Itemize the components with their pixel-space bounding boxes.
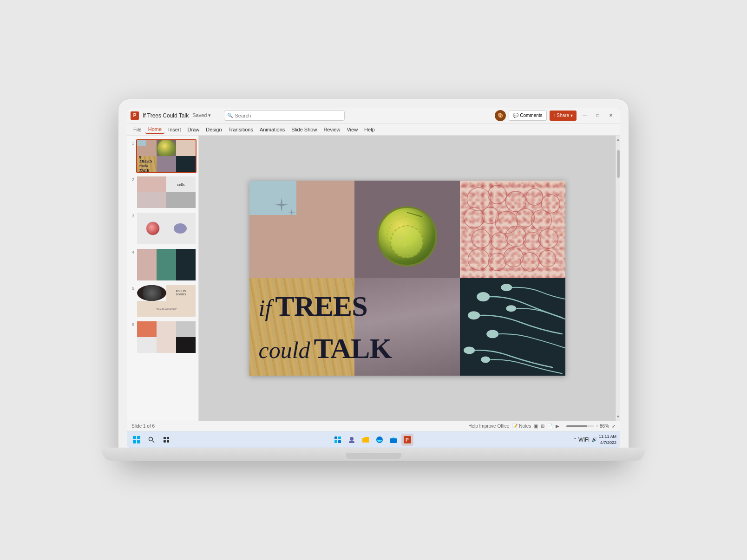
comments-button[interactable]: 💬 Comments (509, 111, 546, 121)
slide-cell-bottom-right (460, 278, 565, 376)
tab-file[interactable]: File (131, 126, 144, 133)
svg-point-18 (505, 226, 526, 247)
svg-point-0 (387, 217, 426, 256)
zoom-in-button[interactable]: + (596, 423, 598, 429)
taskbar-powerpoint-icon[interactable]: P (401, 434, 413, 446)
tab-draw[interactable]: Draw (185, 126, 203, 133)
slide-sorter-icon[interactable]: ⊞ (541, 423, 544, 429)
slide-image-4[interactable] (136, 248, 197, 281)
svg-point-10 (541, 195, 560, 213)
zoom-slider[interactable] (566, 425, 594, 427)
tab-animations[interactable]: Animations (257, 126, 288, 133)
tab-transitions[interactable]: Transitions (226, 126, 256, 133)
taskbar-time-display: 11:11 AM (599, 434, 616, 440)
slide-image-6[interactable] (136, 320, 197, 354)
normal-view-icon[interactable]: ▣ (534, 423, 538, 429)
taskbar-wifi-icon[interactable]: WiFi (578, 436, 590, 443)
slide-thumb-6[interactable]: 6 (129, 320, 197, 354)
zoom-control[interactable]: − + 86% (562, 423, 609, 429)
svg-point-21 (468, 249, 489, 270)
slide-show-icon[interactable]: ▶ (556, 423, 559, 429)
taskbar-fileexplorer-icon[interactable] (360, 434, 372, 446)
avatar[interactable]: 🎨 (495, 110, 506, 121)
scroll-up-arrow[interactable]: ▲ (616, 137, 620, 143)
slide-image-5[interactable]: POLLINBODIES "TRAVELING SEEDS" (136, 284, 197, 318)
svg-point-6 (467, 188, 490, 211)
taskbar-volume-icon[interactable]: 🔊 (591, 437, 597, 442)
share-label: ↑ Share (553, 113, 569, 118)
taskbar-chevron-icon[interactable]: ⌃ (573, 437, 577, 442)
minimize-button[interactable]: — (579, 111, 590, 120)
slide-number-3: 3 (129, 214, 134, 218)
svg-rect-42 (164, 440, 166, 443)
search-box[interactable]: 🔍 (224, 111, 345, 121)
svg-point-29 (468, 311, 480, 319)
slide-thumb-5[interactable]: 5 POLLINBODIES "TRAVELING SEEDS" (129, 284, 197, 318)
slide-image-3[interactable] (136, 212, 197, 245)
taskbar-taskview-icon[interactable] (160, 434, 172, 446)
tab-slideshow[interactable]: Slide Show (288, 126, 320, 133)
microscope-circle (377, 206, 437, 267)
reading-view-icon[interactable]: 📄 (547, 423, 553, 429)
main-area: 1 (127, 136, 620, 421)
slide-thumb-4[interactable]: 4 (129, 248, 197, 281)
scroll-down-arrow[interactable]: ▼ (616, 414, 620, 420)
document-title: If Trees Could Talk (143, 112, 189, 119)
slide-image-1[interactable]: if TREEScould TALK (136, 139, 197, 173)
save-status[interactable]: Saved ▾ (192, 112, 211, 118)
svg-line-1 (407, 212, 422, 216)
search-input[interactable] (235, 113, 341, 118)
svg-point-48 (350, 437, 354, 441)
fit-slide-icon[interactable]: ⤢ (612, 423, 616, 429)
taskbar-teams-icon[interactable] (346, 434, 358, 446)
notes-button[interactable]: 📝 Notes (512, 423, 531, 429)
close-button[interactable]: ✕ (605, 111, 616, 120)
tab-view[interactable]: View (344, 126, 360, 133)
windows-start-button[interactable] (131, 434, 143, 446)
laptop-frame: P If Trees Could Talk Saved ▾ 🔍 🎨 💬 Comm… (118, 99, 629, 461)
tab-design[interactable]: Design (203, 126, 224, 133)
taskbar-search-icon[interactable] (145, 434, 157, 446)
ribbon: File Home Insert Draw Design Transitions… (127, 124, 620, 136)
taskbar-store-icon[interactable] (387, 434, 400, 446)
slide-number-2: 2 (129, 177, 134, 182)
svg-point-20 (538, 229, 558, 248)
restore-button[interactable]: □ (592, 111, 603, 120)
svg-rect-43 (167, 440, 169, 443)
slide-thumb-2[interactable]: 2 cells (129, 176, 197, 209)
share-button[interactable]: ↑ Share ▾ (550, 111, 577, 121)
tab-home[interactable]: Home (145, 125, 164, 134)
svg-point-9 (526, 189, 543, 205)
svg-point-7 (488, 185, 506, 204)
taskbar-clock[interactable]: 11:11 AM 4/7/2022 (599, 434, 616, 445)
svg-point-30 (486, 330, 498, 338)
zoom-out-button[interactable]: − (562, 423, 565, 429)
main-slide-canvas[interactable]: if TREES could TALK (249, 181, 565, 376)
help-improve-text: Help Improve Office (468, 423, 509, 429)
svg-text:P: P (406, 437, 409, 443)
title-could: could (259, 339, 310, 362)
svg-rect-36 (133, 440, 136, 443)
title-talk: TALK (314, 334, 392, 363)
window-controls: — □ ✕ (579, 111, 616, 120)
tab-insert[interactable]: Insert (165, 126, 184, 133)
svg-point-24 (520, 253, 539, 271)
taskbar-edge-icon[interactable] (374, 434, 386, 446)
slide-thumb-1[interactable]: 1 (129, 139, 197, 173)
scroll-thumb[interactable] (617, 150, 620, 178)
tab-review[interactable]: Review (321, 126, 343, 133)
slide-thumb-3[interactable]: 3 (129, 212, 197, 245)
vertical-scrollbar[interactable]: ▲ ▼ (616, 136, 620, 421)
svg-point-16 (472, 229, 490, 248)
taskbar-date-display: 4/7/2022 (599, 440, 616, 446)
svg-rect-34 (133, 436, 136, 439)
slide-image-2[interactable]: cells (136, 176, 197, 209)
tab-help[interactable]: Help (361, 126, 378, 133)
taskbar: P ⌃ WiFi 🔊 11:11 AM 4/7/2022 (127, 431, 620, 448)
canvas-container: if TREES could TALK ▲ ▼ (199, 136, 620, 421)
svg-rect-44 (334, 436, 337, 439)
taskbar-widgets-icon[interactable] (332, 434, 344, 446)
svg-marker-52 (392, 436, 395, 438)
slide-cell-top-left (249, 181, 355, 278)
svg-rect-51 (390, 438, 397, 443)
